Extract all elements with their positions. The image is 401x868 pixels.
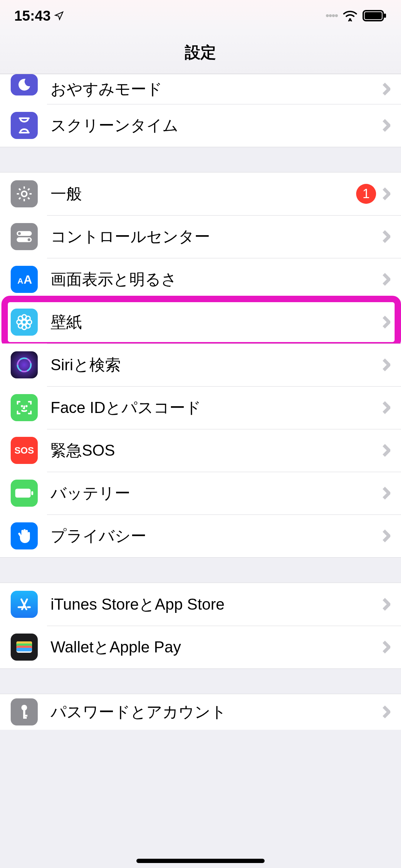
signal-dots-icon: •••• <box>326 10 338 22</box>
svg-point-4 <box>22 191 27 197</box>
chevron-right-icon <box>382 273 390 286</box>
section-gap <box>0 557 401 583</box>
row-general[interactable]: 一般 1 <box>0 172 401 215</box>
wallet-icon <box>11 634 38 661</box>
status-left: 15:43 <box>14 8 64 24</box>
chevron-right-icon <box>382 230 390 243</box>
status-right: •••• <box>326 10 387 22</box>
row-label: コントロールセンター <box>51 226 382 247</box>
row-siri-search[interactable]: Siriと検索 <box>0 343 401 386</box>
faceid-icon <box>11 394 38 421</box>
svg-text:A: A <box>17 277 23 285</box>
nav-title-bar: 設定 <box>0 31 401 74</box>
moon-icon <box>11 74 38 95</box>
status-bar: 15:43 •••• <box>0 0 401 31</box>
chevron-right-icon <box>382 486 390 500</box>
svg-point-22 <box>22 406 22 407</box>
row-label: おやすみモード <box>51 79 382 100</box>
wifi-icon <box>343 10 358 21</box>
battery-setting-icon <box>11 480 38 507</box>
notification-badge: 1 <box>356 184 376 204</box>
chevron-right-icon <box>382 358 390 372</box>
row-label: iTunes StoreとApp Store <box>51 594 382 615</box>
text-size-icon: AA <box>11 266 38 293</box>
row-label: プライバシー <box>51 526 382 547</box>
chevron-right-icon <box>382 598 390 611</box>
svg-rect-33 <box>23 715 27 717</box>
row-label: スクリーンタイム <box>51 115 382 136</box>
chevron-right-icon <box>382 401 390 414</box>
section-gap <box>0 147 401 172</box>
row-label: 壁紙 <box>51 312 382 333</box>
svg-point-31 <box>21 705 27 711</box>
hourglass-icon <box>11 112 38 139</box>
chevron-right-icon <box>382 119 390 132</box>
sos-icon: SOS <box>11 437 38 464</box>
svg-rect-30 <box>16 648 32 651</box>
flower-icon <box>11 309 38 336</box>
toggles-icon <box>11 223 38 250</box>
row-label: バッテリー <box>51 483 382 504</box>
chevron-right-icon <box>382 187 390 201</box>
page-title: 設定 <box>185 42 216 63</box>
row-label: WalletとApple Pay <box>51 637 382 658</box>
settings-list[interactable]: おやすみモード スクリーンタイム 一般 1 コントロールセンター AA 画面表示… <box>0 74 401 730</box>
chevron-right-icon <box>382 640 390 654</box>
chevron-right-icon <box>382 444 390 457</box>
svg-rect-25 <box>31 491 33 495</box>
row-control-center[interactable]: コントロールセンター <box>0 215 401 258</box>
svg-rect-2 <box>365 12 382 19</box>
row-battery[interactable]: バッテリー <box>0 472 401 515</box>
row-label: パスワードとアカウント <box>51 702 382 723</box>
chevron-right-icon <box>382 705 390 719</box>
siri-icon <box>11 351 38 378</box>
row-label: 一般 <box>51 184 356 205</box>
row-wallpaper[interactable]: 壁紙 <box>0 301 401 343</box>
gear-icon <box>11 180 38 207</box>
row-do-not-disturb[interactable]: おやすみモード <box>0 74 401 104</box>
home-indicator[interactable] <box>136 859 265 863</box>
row-passwords-accounts[interactable]: パスワードとアカウント <box>0 694 401 730</box>
svg-text:A: A <box>24 273 32 286</box>
row-label: Face IDとパスコード <box>51 397 382 418</box>
chevron-right-icon <box>382 82 390 96</box>
svg-rect-24 <box>15 489 31 497</box>
svg-rect-3 <box>384 14 386 18</box>
svg-point-6 <box>18 232 21 235</box>
row-faceid-passcode[interactable]: Face IDとパスコード <box>0 386 401 429</box>
hand-icon <box>11 522 38 549</box>
key-icon <box>11 698 38 725</box>
svg-point-8 <box>28 238 31 241</box>
chevron-right-icon <box>382 315 390 329</box>
status-time: 15:43 <box>14 8 51 24</box>
sos-icon-text: SOS <box>15 445 34 456</box>
battery-icon <box>363 10 387 21</box>
row-wallet-applepay[interactable]: WalletとApple Pay <box>0 626 401 668</box>
row-label: 画面表示と明るさ <box>51 269 382 290</box>
svg-point-23 <box>26 406 27 407</box>
row-label: 緊急SOS <box>51 440 382 461</box>
svg-rect-34 <box>23 717 27 719</box>
row-label: Siriと検索 <box>51 355 382 376</box>
row-screen-time[interactable]: スクリーンタイム <box>0 104 401 147</box>
row-itunes-appstore[interactable]: iTunes StoreとApp Store <box>0 583 401 626</box>
chevron-right-icon <box>382 529 390 543</box>
row-display-brightness[interactable]: AA 画面表示と明るさ <box>0 258 401 301</box>
row-emergency-sos[interactable]: SOS 緊急SOS <box>0 429 401 472</box>
svg-point-11 <box>22 320 27 325</box>
appstore-icon <box>11 591 38 618</box>
svg-point-0 <box>349 18 351 20</box>
section-gap <box>0 668 401 694</box>
location-icon <box>54 11 64 21</box>
row-privacy[interactable]: プライバシー <box>0 515 401 557</box>
